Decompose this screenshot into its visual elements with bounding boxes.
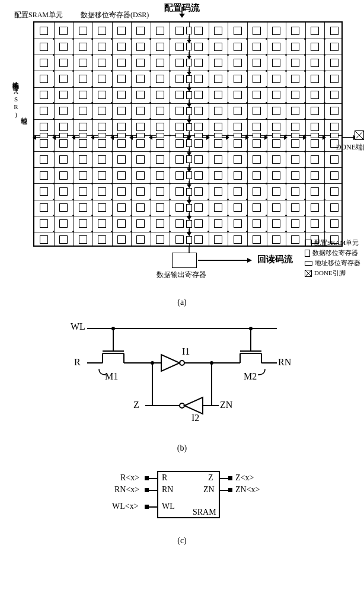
part-M2: M2 bbox=[244, 371, 257, 382]
sram-cell bbox=[330, 59, 339, 67]
figure-c: R<x> R RN<x> RN WL<x> WL Z<x> Z ZN<x> ZN… bbox=[93, 463, 271, 534]
sram-cell bbox=[272, 139, 280, 148]
legend-done-icon bbox=[305, 270, 312, 277]
port-ZN: ZN bbox=[203, 485, 215, 495]
sram-cell bbox=[311, 75, 319, 83]
sram-cell bbox=[136, 235, 145, 244]
sram-cell bbox=[175, 203, 184, 212]
sram-cell bbox=[330, 75, 339, 83]
sram-cell bbox=[79, 219, 87, 228]
sram-cell bbox=[136, 59, 145, 67]
svg-marker-45 bbox=[187, 135, 191, 140]
sram-cell bbox=[40, 187, 48, 196]
svg-marker-37 bbox=[91, 135, 94, 140]
sram-cell bbox=[117, 59, 126, 67]
ext-Z: Z<x> bbox=[235, 473, 254, 483]
sram-cell bbox=[253, 171, 261, 180]
asr-cell bbox=[156, 133, 164, 138]
subcaption-b: (b) bbox=[6, 444, 358, 453]
sram-cell bbox=[272, 123, 280, 131]
sram-cell bbox=[214, 187, 222, 196]
legend-dsr-label: 数据移位寄存器 bbox=[312, 248, 358, 257]
sram-cell bbox=[98, 235, 106, 244]
dsr-cell bbox=[186, 27, 192, 34]
sram-cell bbox=[136, 155, 145, 164]
sram-cell bbox=[234, 75, 242, 83]
sram-cell bbox=[272, 27, 280, 35]
sram-cell bbox=[175, 155, 184, 164]
sram-cell bbox=[272, 155, 280, 164]
sram-cell bbox=[175, 43, 184, 51]
sram-cell bbox=[40, 43, 48, 51]
sram-cell bbox=[136, 139, 145, 148]
dsr-cell bbox=[186, 155, 192, 163]
label-out-reg: 数据输出寄存器 bbox=[157, 270, 206, 279]
sram-cell bbox=[175, 75, 184, 83]
sram-cell bbox=[156, 203, 164, 212]
dsr-cell bbox=[186, 171, 192, 179]
dsr-cell bbox=[186, 91, 192, 99]
asr-cell bbox=[175, 133, 184, 138]
sram-cell bbox=[40, 203, 48, 212]
svg-marker-41 bbox=[129, 135, 133, 140]
sram-cell bbox=[136, 27, 145, 35]
sram-cell bbox=[79, 171, 87, 180]
sram-cell bbox=[59, 187, 68, 196]
sram-cell bbox=[272, 107, 280, 115]
sram-cell bbox=[156, 139, 164, 148]
part-M1: M1 bbox=[105, 371, 118, 382]
sram-cell bbox=[253, 107, 261, 115]
sram-cell bbox=[98, 107, 106, 115]
sram-cell bbox=[79, 75, 87, 83]
pin-ZN: ZN bbox=[220, 400, 232, 410]
sram-cell bbox=[234, 123, 242, 131]
sram-cell bbox=[291, 139, 299, 148]
dsr-cell bbox=[186, 123, 192, 131]
sram-cell bbox=[156, 123, 164, 131]
sram-cell bbox=[272, 171, 280, 180]
asr-cell bbox=[330, 133, 339, 138]
sram-cell bbox=[59, 59, 68, 67]
legend-asr-label: 地址移位寄存器 bbox=[315, 259, 360, 267]
sram-cell bbox=[79, 27, 87, 35]
sram-cell bbox=[175, 187, 184, 196]
sram-cell bbox=[330, 43, 339, 51]
sram-cell bbox=[59, 235, 68, 244]
sram-cell bbox=[330, 107, 339, 115]
sram-cell bbox=[311, 155, 319, 164]
sram-cell bbox=[59, 171, 68, 180]
sram-cell bbox=[98, 219, 106, 228]
sram-cell bbox=[79, 43, 87, 51]
sram-cell bbox=[234, 203, 242, 212]
label-readback: 回读码流 bbox=[257, 255, 293, 263]
sram-cell bbox=[330, 187, 339, 196]
sram-cell bbox=[59, 27, 68, 35]
svg-marker-1 bbox=[179, 14, 185, 18]
sram-cell bbox=[330, 171, 339, 180]
sram-cell bbox=[59, 91, 68, 99]
sram-cell bbox=[194, 235, 203, 244]
svg-marker-55 bbox=[284, 135, 288, 140]
sram-cell bbox=[136, 75, 145, 83]
part-I2: I2 bbox=[191, 413, 199, 423]
pin-RN: RN bbox=[278, 357, 291, 368]
sram-cell bbox=[117, 203, 126, 212]
sram-cell bbox=[40, 107, 48, 115]
sram-cell bbox=[311, 171, 319, 180]
legend-done-label: DONE引脚 bbox=[314, 269, 346, 278]
dsr-cell bbox=[186, 43, 192, 50]
asr-cell bbox=[291, 133, 299, 138]
sram-cell bbox=[330, 203, 339, 212]
sram-cell bbox=[136, 91, 145, 99]
sram-cell bbox=[98, 155, 106, 164]
asr-cell bbox=[194, 133, 203, 138]
sram-cell bbox=[175, 219, 184, 228]
sram-cell bbox=[214, 27, 222, 35]
sram-cell bbox=[291, 27, 299, 35]
sram-cell bbox=[234, 219, 242, 228]
pad-R bbox=[145, 476, 149, 480]
sram-cell bbox=[98, 43, 106, 51]
svg-marker-47 bbox=[206, 135, 210, 140]
sram-cell bbox=[79, 155, 87, 164]
sram-cell bbox=[98, 75, 106, 83]
